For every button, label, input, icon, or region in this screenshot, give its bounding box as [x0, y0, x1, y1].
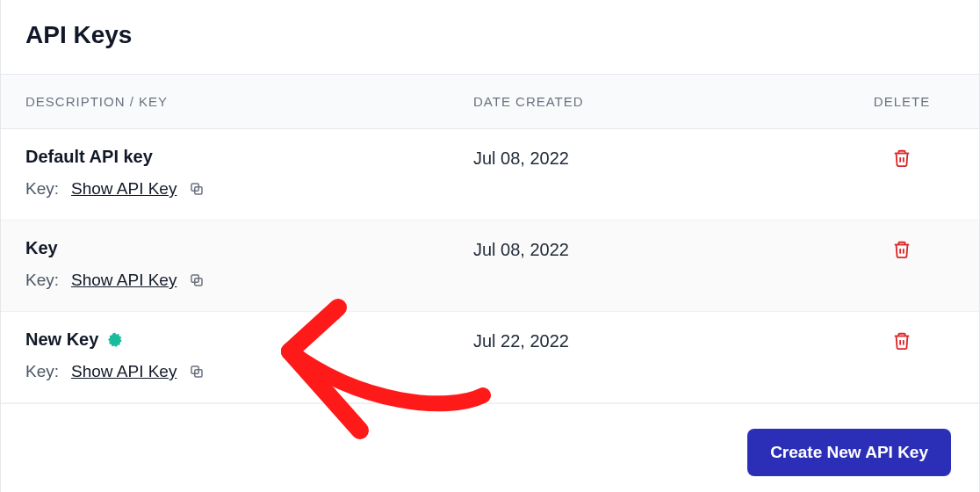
svg-marker-4 [108, 332, 122, 346]
page-header: API Keys [1, 0, 979, 75]
api-key-title: Key [25, 238, 473, 258]
key-prefix-label: Key: [25, 362, 59, 381]
copy-icon[interactable] [189, 364, 205, 380]
key-prefix-label: Key: [25, 179, 59, 199]
copy-icon[interactable] [189, 272, 205, 288]
api-key-date: Jul 08, 2022 [473, 238, 849, 260]
footer: Create New API Key [1, 403, 979, 492]
api-key-date: Jul 08, 2022 [473, 147, 849, 169]
show-api-key-link[interactable]: Show API Key [71, 362, 177, 381]
trash-icon[interactable] [892, 240, 912, 259]
col-header-delete: DELETE [849, 94, 955, 109]
show-api-key-link[interactable]: Show API Key [71, 271, 177, 290]
show-api-key-link[interactable]: Show API Key [71, 179, 177, 199]
table-header-row: DESCRIPTION / KEY DATE CREATED DELETE [1, 75, 979, 129]
table-row: New Key Key: Show API Key Jul 22, 2022 [1, 312, 979, 403]
new-badge-icon [107, 332, 123, 348]
trash-icon[interactable] [892, 148, 912, 168]
table-row: Default API key Key: Show API Key Jul 08… [1, 129, 979, 221]
copy-icon[interactable] [189, 181, 205, 197]
api-key-date: Jul 22, 2022 [473, 329, 849, 351]
page-title: API Keys [25, 21, 955, 49]
col-header-date: DATE CREATED [473, 94, 849, 109]
key-prefix-label: Key: [25, 271, 59, 290]
trash-icon[interactable] [892, 331, 912, 351]
api-key-title-text: New Key [25, 329, 98, 350]
create-new-api-key-button[interactable]: Create New API Key [747, 429, 951, 476]
col-header-description: DESCRIPTION / KEY [25, 94, 473, 109]
api-key-title: New Key [25, 329, 473, 350]
table-row: Key Key: Show API Key Jul 08, 2022 [1, 221, 979, 312]
api-key-title: Default API key [25, 147, 473, 167]
